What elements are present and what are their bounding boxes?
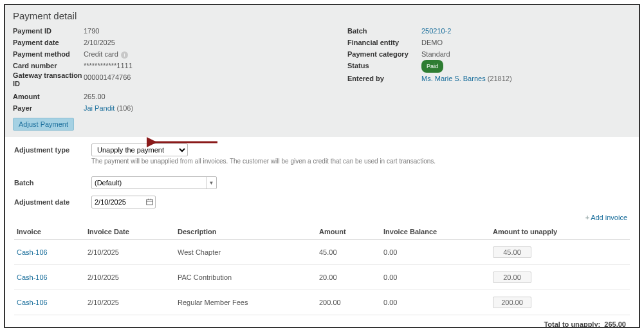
batch-link[interactable]: 250210-2 — [421, 27, 452, 35]
cell-amount: 45.00 — [317, 240, 381, 265]
invoice-link[interactable]: Cash-106 — [17, 273, 48, 281]
status-badge: Paid — [421, 60, 443, 73]
adjustment-date-field[interactable] — [91, 196, 156, 208]
payer-link[interactable]: Jai Pandit — [84, 104, 115, 112]
payment-detail-header: Payment detail Payment ID1790 Payment da… — [5, 5, 639, 137]
cell-balance: 0.00 — [381, 265, 490, 290]
label-batch-form: Batch — [14, 179, 91, 187]
label-amount: Amount — [13, 91, 84, 102]
invoice-table: Invoice Invoice Date Description Amount … — [14, 224, 630, 315]
cell-amount: 200.00 — [317, 290, 381, 315]
svg-rect-0 — [146, 199, 152, 205]
label-entity: Financial entity — [347, 37, 421, 48]
amount-to-unapply-input[interactable] — [493, 272, 531, 283]
table-row: Cash-1062/10/2025PAC Contribution20.000.… — [14, 265, 630, 290]
value-category: Standard — [421, 48, 450, 60]
cell-desc: Regular Member Fees — [175, 290, 317, 315]
th-desc: Description — [175, 224, 317, 240]
plus-icon: + — [585, 214, 589, 221]
th-amount: Amount — [317, 224, 381, 240]
entered-by-id: (21812) — [488, 75, 512, 82]
value-amount: 265.00 — [84, 91, 106, 102]
amount-to-unapply-input[interactable] — [493, 297, 531, 308]
cell-desc: PAC Contribution — [175, 265, 317, 290]
label-entered-by: Entered by — [347, 73, 421, 84]
label-gateway-id: Gateway transaction ID — [13, 71, 84, 88]
value-card-number: ************1111 — [84, 60, 133, 71]
total-label: Total to unapply: — [544, 320, 600, 328]
cell-desc: West Chapter — [175, 240, 317, 265]
cell-balance: 0.00 — [381, 240, 490, 265]
adjustment-type-select[interactable]: Unapply the payment — [91, 143, 188, 156]
invoice-link[interactable]: Cash-106 — [17, 248, 48, 256]
value-payment-date: 2/10/2025 — [84, 37, 115, 48]
adjustment-help-text: The payment will be unapplied from all i… — [91, 158, 630, 165]
value-payment-id: 1790 — [84, 25, 99, 37]
add-invoice-link[interactable]: +Add invoice — [14, 214, 627, 221]
amount-to-unapply-input[interactable] — [493, 246, 531, 258]
label-category: Payment category — [347, 48, 421, 60]
cell-amount: 20.00 — [317, 265, 381, 290]
chevron-down-icon[interactable]: ▼ — [206, 177, 216, 189]
cell-date: 2/10/2025 — [85, 240, 175, 265]
invoice-link[interactable]: Cash-106 — [17, 299, 48, 306]
label-payment-id: Payment ID — [13, 25, 84, 37]
batch-input[interactable] — [92, 179, 206, 187]
table-row: Cash-1062/10/2025West Chapter45.000.00 — [14, 240, 630, 265]
cell-balance: 0.00 — [381, 290, 490, 315]
batch-combo[interactable]: ▼ — [91, 176, 217, 189]
cell-date: 2/10/2025 — [85, 265, 175, 290]
value-entity: DEMO — [421, 37, 443, 48]
entered-by-link[interactable]: Ms. Marie S. Barnes — [421, 75, 486, 82]
adjust-payment-button[interactable]: Adjust Payment — [13, 118, 74, 131]
payer-id: (106) — [116, 104, 133, 112]
table-row: Cash-1062/10/2025Regular Member Fees200.… — [14, 290, 630, 315]
th-date: Invoice Date — [85, 224, 175, 240]
cell-date: 2/10/2025 — [85, 290, 175, 315]
label-batch: Batch — [347, 25, 421, 37]
total-value: 265.00 — [604, 320, 626, 328]
page-title: Payment detail — [13, 10, 631, 21]
th-unapply: Amount to unapply — [490, 224, 630, 240]
label-card-number: Card number — [13, 60, 84, 71]
label-payment-date: Payment date — [13, 37, 84, 48]
label-payment-method: Payment method — [13, 48, 84, 60]
value-gateway-id: 000001474766 — [84, 71, 131, 88]
info-icon[interactable]: i — [121, 51, 128, 59]
calendar-icon[interactable] — [143, 198, 155, 207]
th-balance: Invoice Balance — [381, 224, 490, 240]
label-status: Status — [347, 60, 421, 73]
label-adjustment-type: Adjustment type — [14, 146, 91, 154]
th-invoice: Invoice — [14, 224, 85, 240]
label-adjustment-date: Adjustment date — [14, 198, 91, 206]
label-payer: Payer — [13, 102, 84, 114]
adjustment-date-input[interactable] — [92, 198, 143, 206]
value-payment-method: Credit card — [84, 50, 118, 58]
